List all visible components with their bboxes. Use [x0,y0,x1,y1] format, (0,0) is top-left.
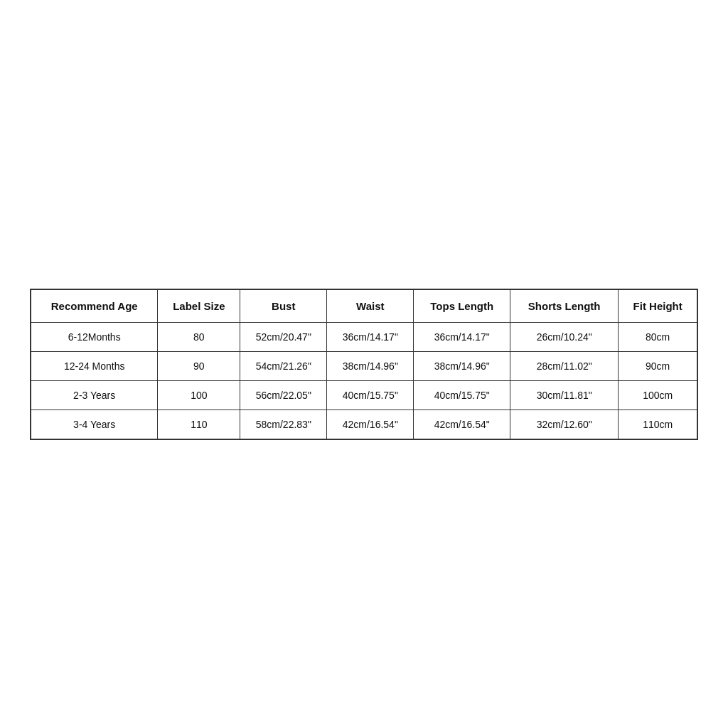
size-chart-table: Recommend Age Label Size Bust Waist Tops… [30,289,698,440]
cell-label-size: 110 [158,410,240,439]
cell-fit-height: 80cm [619,322,697,351]
cell-tops-length: 42cm/16.54" [414,410,510,439]
cell-bust: 58cm/22.83" [240,410,327,439]
header-waist: Waist [327,289,414,323]
header-bust: Bust [240,289,327,323]
table-row: 12-24 Months9054cm/21.26"38cm/14.96"38cm… [31,351,697,380]
header-fit-height: Fit Height [619,289,697,323]
table-row: 3-4 Years11058cm/22.83"42cm/16.54"42cm/1… [31,410,697,439]
header-tops-length: Tops Length [414,289,510,323]
cell-bust: 54cm/21.26" [240,351,327,380]
cell-shorts-length: 26cm/10.24" [510,322,619,351]
cell-shorts-length: 28cm/11.02" [510,351,619,380]
cell-waist: 36cm/14.17" [327,322,414,351]
cell-label-size: 80 [158,322,240,351]
cell-waist: 42cm/16.54" [327,410,414,439]
cell-waist: 38cm/14.96" [327,351,414,380]
table-row: 6-12Months8052cm/20.47"36cm/14.17"36cm/1… [31,322,697,351]
cell-bust: 52cm/20.47" [240,322,327,351]
cell-label-size: 100 [158,380,240,410]
header-shorts-length: Shorts Length [510,289,619,323]
table-header-row: Recommend Age Label Size Bust Waist Tops… [31,289,697,323]
header-label-size: Label Size [158,289,240,323]
cell-age: 2-3 Years [31,380,158,410]
cell-tops-length: 38cm/14.96" [414,351,510,380]
cell-fit-height: 90cm [619,351,697,380]
cell-shorts-length: 32cm/12.60" [510,410,619,439]
cell-age: 12-24 Months [31,351,158,380]
cell-age: 3-4 Years [31,410,158,439]
table-row: 2-3 Years10056cm/22.05"40cm/15.75"40cm/1… [31,380,697,410]
cell-shorts-length: 30cm/11.81" [510,380,619,410]
cell-tops-length: 36cm/14.17" [414,322,510,351]
cell-tops-length: 40cm/15.75" [414,380,510,410]
cell-label-size: 90 [158,351,240,380]
cell-bust: 56cm/22.05" [240,380,327,410]
cell-fit-height: 110cm [619,410,697,439]
cell-waist: 40cm/15.75" [327,380,414,410]
header-recommend-age: Recommend Age [31,289,158,323]
cell-fit-height: 100cm [619,380,697,410]
size-chart-container: Recommend Age Label Size Bust Waist Tops… [30,289,698,440]
cell-age: 6-12Months [31,322,158,351]
